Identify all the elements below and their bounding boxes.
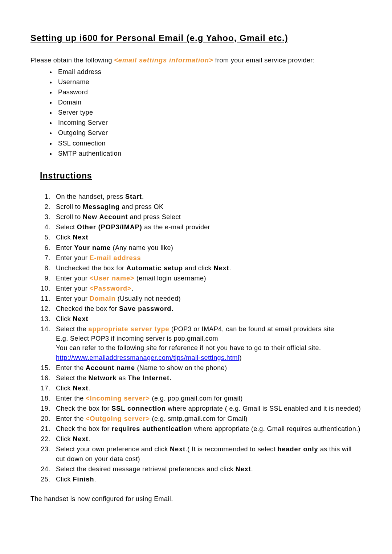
text: Click	[56, 385, 73, 392]
list-item: Outgoing Server	[56, 128, 362, 138]
info-list: Email address Username Password Domain S…	[30, 67, 362, 158]
bold-text: New Account	[83, 213, 128, 221]
text: (e.g. pop.gmail.com for gmail)	[150, 395, 243, 402]
text: On the handset, press	[56, 193, 125, 200]
text: Click	[56, 315, 73, 323]
step-14: Select the appropriate server type (POP3…	[52, 324, 362, 362]
text: You can refer to the following site for …	[56, 344, 321, 352]
text: Enter your	[56, 275, 89, 282]
step-18: Enter the <Incoming server> (e.g. pop.gm…	[52, 394, 362, 403]
reference-link[interactable]: http://www.emailaddressmanager.com/tips/…	[56, 354, 239, 361]
text: (Any name you like)	[111, 244, 173, 251]
step-22: Click Next.	[52, 434, 362, 444]
list-item: Incoming Server	[56, 118, 362, 127]
list-item: Username	[56, 77, 362, 87]
bold-text: Save password.	[119, 305, 173, 312]
step-25: Click Finish.	[52, 475, 362, 484]
text: Enter your	[56, 285, 89, 292]
text: Check the box for	[56, 405, 111, 412]
text: Check the box for	[56, 425, 111, 432]
step-1: On the handset, press Start.	[52, 192, 362, 201]
bold-text: Next	[73, 315, 88, 323]
text: .	[251, 465, 253, 473]
text: and press OK	[120, 203, 163, 210]
bold-text: requires authentication	[111, 425, 192, 432]
text: as the e-mail provider	[142, 223, 210, 231]
text: .	[88, 385, 90, 392]
step-19: Check the box for SSL connection where a…	[52, 404, 362, 413]
text: (POP3 or IMAP4, can be found at email pr…	[170, 325, 334, 333]
list-item: Email address	[56, 67, 362, 77]
orange-text: E-mail address	[89, 254, 141, 262]
step-8: Unchecked the box for Automatic setup an…	[52, 263, 362, 273]
text: (email login username)	[135, 275, 206, 282]
bold-text: Automatic setup	[126, 264, 183, 272]
text: Enter the	[56, 415, 86, 422]
text: Select	[56, 223, 77, 231]
text: Select the	[56, 325, 88, 333]
orange-text: <Password>	[89, 285, 131, 292]
step-21: Check the box for requires authenticatio…	[52, 424, 362, 434]
bold-text: Next	[236, 465, 251, 473]
step-10: Enter your <Password>.	[52, 284, 362, 293]
text: Enter the	[56, 395, 86, 402]
bold-text: The Internet.	[128, 374, 172, 382]
step-16: Select the Network as The Internet.	[52, 373, 362, 383]
text: .	[142, 193, 144, 200]
step-5: Click Next	[52, 233, 362, 242]
text: Select the desired message retrieval pre…	[56, 465, 236, 473]
text: Select your own preference and click	[56, 446, 170, 453]
bold-text: Other (POP3/IMAP)	[77, 223, 142, 231]
text: Enter the	[56, 364, 86, 372]
orange-text: Domain	[89, 295, 115, 302]
intro-em: <email settings information>	[114, 57, 213, 64]
bold-text: header only	[277, 446, 318, 453]
text: )	[239, 354, 241, 361]
text: Enter your	[56, 254, 89, 262]
text: Click	[56, 476, 73, 483]
step-2: Scroll to Messaging and press OK	[52, 202, 362, 212]
step-15: Enter the Account name (Name to show on …	[52, 363, 362, 373]
text: (Name to show on the phone)	[135, 364, 227, 372]
intro-after: from your email service provider:	[213, 57, 315, 64]
list-item: SMTP authentication	[56, 149, 362, 158]
orange-text: <Outgoing server>	[86, 415, 150, 422]
bold-text: Finish	[73, 476, 94, 483]
intro-paragraph: Please obtain the following <email setti…	[30, 56, 362, 65]
page-title: Setting up i600 for Personal Email (e.g …	[30, 32, 362, 45]
text: Checked the box for	[56, 305, 119, 312]
text: Select the	[56, 374, 88, 382]
text: Enter your	[56, 295, 89, 302]
step-7: Enter your E-mail address	[52, 253, 362, 263]
text: where appropriate ( e.g. Gmail is SSL en…	[166, 405, 361, 412]
step-6: Enter Your name (Any name you like)	[52, 243, 362, 253]
text: and press Select	[128, 213, 181, 221]
text: .	[94, 476, 96, 483]
list-item: Password	[56, 87, 362, 97]
step-3: Scroll to New Account and press Select	[52, 212, 362, 222]
text: Click	[56, 435, 73, 443]
text: Scroll to	[56, 203, 83, 210]
text: as	[117, 374, 128, 382]
text: Click	[56, 234, 73, 241]
text: .( It is recommended to select	[185, 446, 278, 453]
intro-before: Please obtain the following	[30, 57, 114, 64]
list-item: SSL connection	[56, 139, 362, 148]
text: .	[88, 435, 90, 443]
orange-text: <User name>	[89, 275, 134, 282]
bold-text: Next	[213, 264, 229, 272]
bold-text: Messaging	[83, 203, 120, 210]
step-24: Select the desired message retrieval pre…	[52, 464, 362, 474]
bold-text: SSL connection	[111, 405, 166, 412]
instructions-list: On the handset, press Start. Scroll to M…	[30, 192, 362, 484]
step-20: Enter the <Outgoing server> (e.g. smtp.g…	[52, 414, 362, 423]
step-4: Select Other (POP3/IMAP) as the e-mail p…	[52, 222, 362, 232]
text: Scroll to	[56, 213, 83, 221]
step-17: Click Next.	[52, 383, 362, 393]
text: .	[132, 285, 134, 292]
bold-text: Next	[73, 385, 88, 392]
list-item: Server type	[56, 108, 362, 117]
text: where appropriate (e.g. Gmail requires a…	[192, 425, 360, 432]
text: (e.g. smtp.gmail.com for Gmail)	[150, 415, 248, 422]
list-item: Domain	[56, 98, 362, 107]
